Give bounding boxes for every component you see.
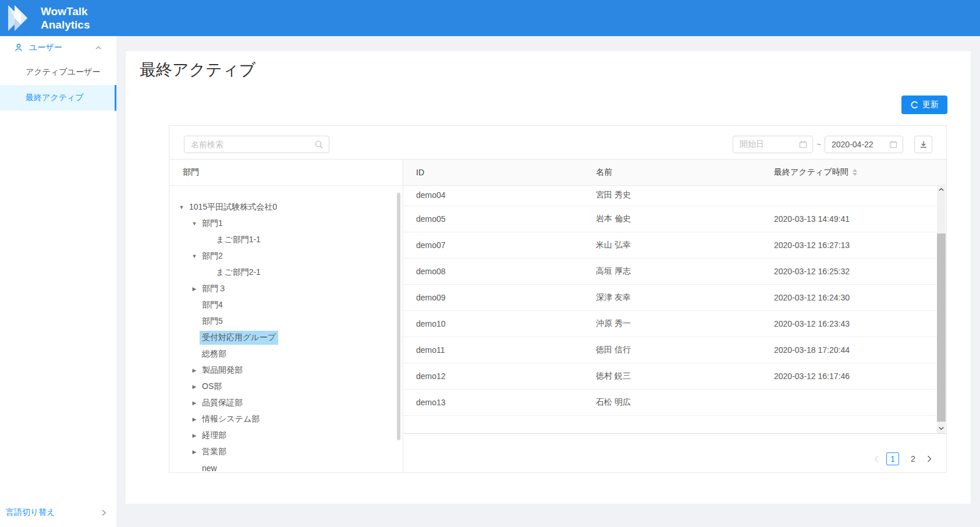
filter-and-data-panel: 開始日 ~ 2020-04-22	[169, 125, 947, 473]
cell-id: demo11	[416, 345, 445, 355]
name-search-input[interactable]	[184, 136, 329, 153]
table-row: demo08高垣 厚志2020-03-12 16:25:32	[403, 259, 937, 285]
chevron-up-icon	[95, 46, 101, 49]
cell-name: 高垣 厚志	[596, 266, 631, 277]
chevron-right-icon	[102, 510, 106, 516]
tree-node[interactable]: ▼部門1	[169, 215, 403, 232]
scroll-up-arrow-icon[interactable]	[937, 185, 946, 194]
name-search-box	[184, 136, 329, 153]
caret-right-icon[interactable]: ▶	[189, 416, 200, 422]
cell-last-active: 2020-03-12 16:23:43	[774, 319, 850, 328]
table-row: demo12徳村 鋭三2020-03-12 16:17:46	[403, 363, 937, 390]
tree-node[interactable]: まご部門2-1	[169, 264, 403, 281]
tree-node-label: 受付対応用グループ	[200, 331, 278, 345]
tree-node[interactable]: ▶経理部	[169, 427, 403, 444]
tree-node[interactable]: ▶OS部	[169, 379, 403, 395]
table-row: demo10沖原 秀一2020-03-12 16:23:43	[403, 311, 937, 337]
tree-node[interactable]: new	[169, 460, 403, 473]
tree-node-label: 部門4	[200, 298, 225, 312]
cell-last-active: 2020-03-18 17:20:44	[774, 345, 850, 355]
tree-node-label: まご部門2-1	[214, 266, 263, 280]
tree-node-label: 情報システム部	[200, 412, 262, 426]
table-row: demo04宮田 秀史	[403, 185, 937, 206]
caret-right-icon[interactable]: ▶	[189, 400, 200, 406]
tree-node-label: 品質保証部	[200, 396, 245, 410]
caret-right-icon[interactable]: ▶	[189, 367, 200, 373]
tree-node-label: 部門３	[200, 282, 229, 296]
tree-node-label: 総務部	[200, 347, 229, 361]
tree-node[interactable]: ▶営業部	[169, 444, 403, 460]
sidebar-menu-users[interactable]: ユーザー	[0, 36, 116, 59]
content-card: 最終アクティブ 更新 開始日	[126, 51, 971, 504]
page-button-1[interactable]: 1	[886, 452, 899, 465]
cell-name: 沖原 秀一	[596, 319, 631, 329]
table-row: demo07米山 弘幸2020-03-12 16:27:13	[403, 232, 937, 259]
start-date-placeholder: 開始日	[740, 139, 799, 150]
tree-node-label: 経理部	[200, 429, 229, 443]
cell-name: 米山 弘幸	[596, 240, 631, 250]
tree-node[interactable]: ▶製品開発部	[169, 362, 403, 379]
scroll-down-arrow-icon[interactable]	[937, 423, 946, 433]
column-header-last-active[interactable]: 最終アクティブ時間	[774, 160, 857, 185]
tree-header: 部門	[169, 160, 403, 185]
cell-name: 石松 明広	[596, 397, 631, 408]
cell-id: demo04	[416, 190, 446, 200]
grid-header: 部門 ID 名前 最終アクティブ時間	[169, 159, 946, 186]
caret-down-icon[interactable]: ▼	[189, 221, 200, 227]
cell-id: demo08	[416, 267, 446, 276]
caret-down-icon[interactable]: ▼	[176, 204, 187, 210]
tree-node[interactable]: 受付対応用グループ	[169, 330, 403, 346]
tree-node[interactable]: 部門5	[169, 313, 403, 330]
caret-right-icon[interactable]: ▶	[189, 433, 200, 438]
cell-id: demo10	[416, 319, 446, 328]
table-scrollbar-thumb[interactable]	[937, 234, 946, 422]
caret-right-icon[interactable]: ▶	[189, 449, 200, 455]
tree-node[interactable]: ▼1015平田試験株式会社0	[169, 199, 403, 215]
cell-last-active: 2020-03-12 16:25:32	[774, 267, 850, 276]
date-range-separator: ~	[814, 136, 823, 153]
tree-node-label: 1015平田試験株式会社0	[187, 200, 279, 214]
tree-node[interactable]: まご部門1-1	[169, 232, 403, 248]
caret-right-icon[interactable]: ▶	[189, 286, 200, 292]
previous-page-icon[interactable]	[874, 455, 879, 462]
next-page-icon[interactable]	[927, 455, 932, 462]
tree-node-label: 製品開発部	[200, 363, 245, 377]
tree-scrollbar[interactable]	[397, 193, 400, 440]
sort-icon	[853, 169, 857, 176]
start-date-picker[interactable]: 開始日	[733, 136, 813, 153]
user-icon	[14, 43, 23, 52]
tree-node[interactable]: 部門4	[169, 297, 403, 313]
tree-node-label: 部門1	[200, 217, 225, 231]
department-tree: ▼1015平田試験株式会社0▼部門1まご部門1-1▼部門2まご部門2-1▶部門３…	[169, 185, 403, 473]
cell-last-active: 2020-03-13 14:49:41	[774, 214, 850, 224]
sidebar-item-label: 最終アクティブ	[26, 93, 84, 103]
tree-node[interactable]: ▶品質保証部	[169, 395, 403, 411]
sidebar-item-active-users[interactable]: アクティブユーザー	[0, 59, 116, 85]
table-row: demo05岩本 倫史2020-03-13 14:49:41	[403, 206, 937, 232]
tree-node[interactable]: ▼部門2	[169, 248, 403, 264]
sidebar-item-last-active[interactable]: 最終アクティブ	[0, 85, 116, 111]
end-date-picker[interactable]: 2020-04-22	[825, 136, 903, 153]
download-button[interactable]	[914, 136, 932, 153]
tree-node[interactable]: ▶情報システム部	[169, 411, 403, 427]
table-scrollbar[interactable]	[937, 185, 946, 433]
refresh-button-label: 更新	[922, 100, 939, 110]
tree-node[interactable]: 総務部	[169, 346, 403, 362]
wowtalk-logo-icon	[7, 5, 35, 31]
cell-id: demo07	[416, 240, 446, 250]
calendar-icon	[889, 140, 897, 148]
caret-right-icon[interactable]: ▶	[189, 384, 200, 390]
caret-down-icon[interactable]: ▼	[189, 253, 200, 259]
table-row: demo13石松 明広	[403, 390, 937, 416]
sidebar: ユーザー アクティブユーザー 最終アクティブ 言語切り替え	[0, 36, 116, 527]
page-button-2[interactable]: 2	[907, 452, 919, 465]
cell-id: demo05	[416, 214, 446, 224]
cell-name: 岩本 倫史	[596, 214, 631, 224]
tree-node[interactable]: ▶部門３	[169, 281, 403, 297]
language-switch[interactable]: 言語切り替え	[0, 504, 116, 521]
table-row: demo09深津 友幸2020-03-12 16:24:30	[403, 285, 937, 311]
cell-last-active: 2020-03-12 16:17:46	[774, 372, 850, 381]
tree-node-label: 部門2	[200, 249, 225, 263]
cell-id: demo09	[416, 293, 446, 302]
refresh-button[interactable]: 更新	[901, 96, 947, 114]
